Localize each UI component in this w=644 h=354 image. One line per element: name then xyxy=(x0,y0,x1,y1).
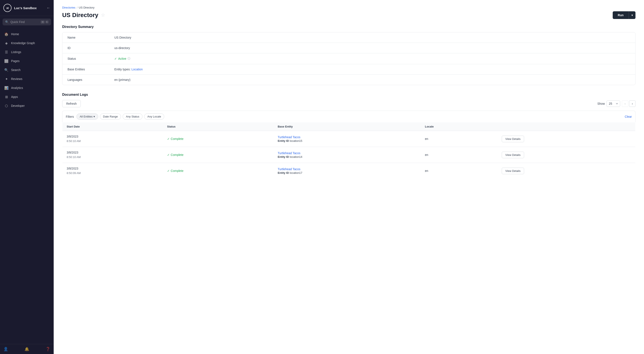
col-start-date: Start Date xyxy=(62,122,163,131)
summary-label-base-entities: Base Entities xyxy=(68,68,114,71)
keyboard-shortcut: ⌘ K xyxy=(41,21,48,24)
sidebar-item-search[interactable]: 🔍 Search xyxy=(0,66,54,74)
document-logs-table: Start Date Status Base Entity Locale 3/8… xyxy=(62,122,636,179)
cell-start-date: 3/8/2023 8:50:10 AM xyxy=(62,131,163,147)
show-count-select[interactable]: 25 50 100 xyxy=(606,100,620,107)
entity-name-link[interactable]: Turtlehead Tacos xyxy=(278,167,416,171)
refresh-button[interactable]: Refresh xyxy=(62,100,81,107)
view-details-button[interactable]: View Details xyxy=(502,152,524,158)
sidebar-item-label: Analytics xyxy=(11,86,23,90)
back-button[interactable]: ← xyxy=(46,6,50,10)
notifications-icon[interactable]: 🔔 xyxy=(24,347,29,351)
summary-value-name: US Directory xyxy=(114,36,131,39)
quick-find-button[interactable]: 🔍 Quick Find ⌘ K xyxy=(2,19,51,25)
apps-icon: ⊞ xyxy=(4,95,8,99)
favorite-star-icon[interactable]: ☆ xyxy=(101,12,105,18)
run-dropdown-button[interactable]: ▾ xyxy=(629,11,636,19)
filter-any-locale[interactable]: Any Locale xyxy=(144,113,164,120)
sidebar-item-listings[interactable]: ☰ Listings xyxy=(0,48,54,57)
directory-summary-title: Directory Summary xyxy=(62,25,636,29)
filters-bar: Filters All Entities ▾ Date Range Any St… xyxy=(62,111,636,122)
start-time: 8:50:10 AM xyxy=(67,155,81,159)
filter-all-entities[interactable]: All Entities ▾ xyxy=(76,113,98,120)
status-check-icon: ✓ xyxy=(167,153,170,156)
start-date: 3/8/2023 xyxy=(67,167,78,170)
location-link[interactable]: Location xyxy=(132,68,143,71)
filter-all-entities-label: All Entities xyxy=(80,115,93,118)
view-details-button[interactable]: View Details xyxy=(502,168,524,174)
entity-name-link[interactable]: Turtlehead Tacos xyxy=(278,151,416,155)
entity-name-link[interactable]: Turtlehead Tacos xyxy=(278,135,416,139)
summary-label-id: ID xyxy=(68,46,114,50)
col-locale: Locale xyxy=(420,122,498,131)
cell-locale: en xyxy=(420,147,498,163)
status-label: Complete xyxy=(171,153,184,156)
knowledge-graph-icon: ◈ xyxy=(4,41,8,45)
info-icon[interactable]: ⓘ xyxy=(128,57,130,61)
cell-status: ✓ Complete xyxy=(163,147,274,163)
entity-id: Entity ID location15 xyxy=(278,139,416,142)
sidebar-item-home[interactable]: 🏠 Home xyxy=(0,30,54,39)
user-icon[interactable]: 👤 xyxy=(4,347,8,351)
sidebar-item-analytics[interactable]: 📊 Analytics xyxy=(0,83,54,92)
page-title: US Directory xyxy=(62,12,98,19)
table-row: 3/8/2023 8:50:09 AM ✓ Complete Turtlehea… xyxy=(62,163,636,179)
help-icon[interactable]: ❓ xyxy=(46,347,50,351)
filter-any-locale-label: Any Locale xyxy=(147,115,161,118)
summary-label-name: Name xyxy=(68,36,114,39)
main-content: Directories / US Directory US Directory … xyxy=(54,0,644,354)
prev-page-button[interactable]: ‹ xyxy=(622,100,628,107)
search-icon: 🔍 xyxy=(5,20,9,24)
filters-label: Filters xyxy=(66,115,74,118)
breadcrumb-current: US Directory xyxy=(79,6,94,9)
status-badge: ✓ Active ⓘ xyxy=(114,57,130,61)
clear-filters-link[interactable]: Clear xyxy=(625,115,632,118)
sidebar-item-label: Search xyxy=(11,68,20,72)
table-row: 3/8/2023 8:50:10 AM ✓ Complete Turtlehea… xyxy=(62,147,636,163)
summary-row-languages: Languages en (primary) xyxy=(62,75,635,85)
sidebar-item-label: Reviews xyxy=(11,77,22,81)
view-details-button[interactable]: View Details xyxy=(502,136,524,142)
sidebar-item-reviews[interactable]: ✦ Reviews xyxy=(0,74,54,83)
filter-date-range[interactable]: Date Range xyxy=(100,113,121,120)
cell-action: View Details xyxy=(498,131,636,147)
document-logs-controls: Refresh Show 25 50 100 ‹ › xyxy=(62,100,636,107)
sidebar-item-pages[interactable]: ⬜ Pages xyxy=(0,57,54,66)
cell-status: ✓ Complete xyxy=(163,131,274,147)
cell-locale: en xyxy=(420,163,498,179)
developer-icon: ⬡ xyxy=(4,104,8,108)
table-row: 3/8/2023 8:50:10 AM ✓ Complete Turtlehea… xyxy=(62,131,636,147)
entity-id: Entity ID location17 xyxy=(278,171,416,174)
sidebar-item-developer[interactable]: ⬡ Developer xyxy=(0,101,54,110)
status-complete: ✓ Complete xyxy=(167,153,269,156)
filter-any-status[interactable]: Any Status xyxy=(123,113,142,120)
breadcrumb-parent-link[interactable]: Directories xyxy=(62,6,76,9)
cell-base-entity: Turtlehead Tacos Entity ID location15 xyxy=(274,131,420,147)
sidebar-item-apps[interactable]: ⊞ Apps xyxy=(0,92,54,101)
sidebar-item-knowledge-graph[interactable]: ◈ Knowledge Graph xyxy=(0,39,54,48)
next-page-button[interactable]: › xyxy=(629,100,636,107)
cell-start-date: 3/8/2023 8:50:10 AM xyxy=(62,147,163,163)
start-time: 8:50:09 AM xyxy=(67,171,81,175)
run-button-group: Run ▾ xyxy=(613,11,636,19)
sidebar-item-label: Home xyxy=(11,32,19,36)
cell-start-date: 3/8/2023 8:50:09 AM xyxy=(62,163,163,179)
status-label: Complete xyxy=(171,169,184,172)
summary-value-languages: en (primary) xyxy=(114,78,130,81)
status-label: Complete xyxy=(171,137,184,140)
document-logs-section: Document Logs Refresh Show 25 50 100 ‹ › xyxy=(62,93,636,179)
status-complete: ✓ Complete xyxy=(167,137,269,140)
reviews-icon: ✦ xyxy=(4,77,8,81)
analytics-icon: 📊 xyxy=(4,86,8,90)
sidebar-logo-area: xt Luc's Sandbox ← xyxy=(0,0,54,16)
cell-locale: en xyxy=(420,131,498,147)
filter-all-entities-chevron-icon: ▾ xyxy=(94,115,95,118)
status-check-icon: ✓ xyxy=(167,169,170,172)
quick-find-label: Quick Find xyxy=(10,20,39,24)
pages-icon: ⬜ xyxy=(4,59,8,63)
sidebar-item-label: Knowledge Graph xyxy=(11,41,35,45)
show-pagination-group: Show 25 50 100 ‹ › xyxy=(597,100,636,107)
start-date: 3/8/2023 xyxy=(67,135,78,138)
run-button[interactable]: Run xyxy=(613,11,629,19)
filter-any-status-label: Any Status xyxy=(126,115,139,118)
